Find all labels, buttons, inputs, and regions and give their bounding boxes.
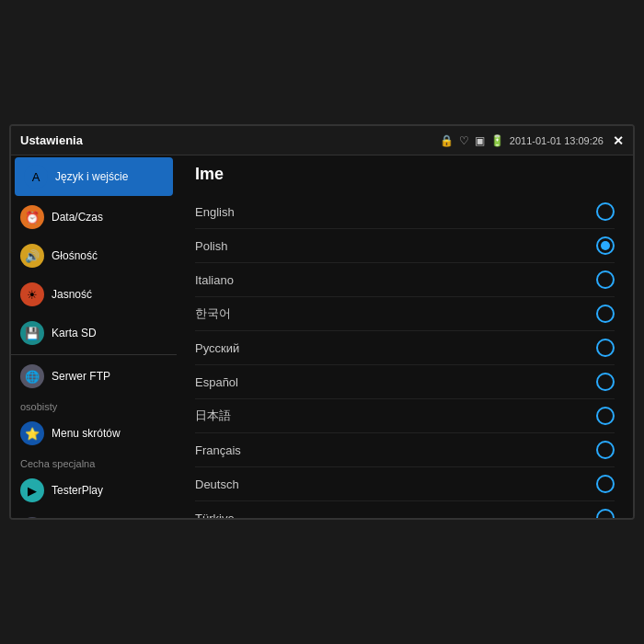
sidebar-item-sdcard[interactable]: 💾Karta SD [11,314,177,352]
language-name: 日本語 [195,408,231,424]
topbar-title: Ustawienia [20,133,83,147]
language-item[interactable]: 한국어 [195,297,615,331]
language-item[interactable]: 日本語 [195,399,615,433]
language-radio[interactable] [596,270,615,289]
language-radio[interactable] [596,407,615,425]
sidebar-label-datetime: Data/Czas [52,211,103,224]
language-item[interactable]: Русский [195,331,615,365]
sidebar-icon-ftp: 🌐 [20,364,44,388]
sidebar-label-brightness: Jasność [52,288,92,301]
sidebar-item-rotate[interactable]: ↺Obrót ekranu [11,510,177,518]
sidebar-icon-shortcuts: ⭐ [20,421,44,445]
topbar-right: 🔒 ♡ ▣ 🔋 2011-01-01 13:09:26 ✕ [440,133,624,148]
sidebar-item-testerplay[interactable]: ▶TesterPlay [11,471,177,510]
close-button[interactable]: ✕ [613,133,624,148]
screen: Ustawienia 🔒 ♡ ▣ 🔋 2011-01-01 13:09:26 ✕… [9,124,635,520]
sidebar-icon-brightness: ☀ [20,282,44,306]
language-radio[interactable] [596,305,615,323]
sidebar-item-datetime[interactable]: ⏰Data/Czas [11,198,177,236]
sidebar-label-testerplay: TesterPlay [52,484,103,497]
language-radio[interactable] [596,509,615,518]
language-item[interactable]: Türkiye [195,501,615,518]
language-name: English [195,205,235,219]
sidebar-icon-volume: 🔊 [20,244,44,268]
sidebar-divider [11,354,177,355]
sidebar-item-volume[interactable]: 🔊Głośność [11,236,177,275]
language-item[interactable]: Polish [195,229,615,263]
sidebar-item-language[interactable]: AJęzyk i wejście [15,157,173,196]
language-name: Español [195,375,238,389]
language-radio[interactable] [596,236,615,255]
language-radio[interactable] [596,339,615,357]
sidebar-label-shortcuts: Menu skrótów [52,427,121,440]
sidebar-label-language: Język i wejście [55,170,128,183]
sidebar-section-label: Cecha specjalna [11,453,177,471]
language-item[interactable]: Deutsch [195,467,615,501]
sidebar-icon-sdcard: 💾 [20,321,44,345]
language-radio[interactable] [596,475,615,493]
language-radio[interactable] [596,441,615,459]
language-radio[interactable] [596,202,615,221]
wifi-icon: ♡ [459,134,469,147]
topbar: Ustawienia 🔒 ♡ ▣ 🔋 2011-01-01 13:09:26 ✕ [11,126,633,155]
language-name: Polish [195,239,227,253]
battery-icon: 🔋 [490,134,504,147]
main-content: AJęzyk i wejście⏰Data/Czas🔊Głośność☀Jasn… [11,155,633,518]
sidebar-label-ftp: Serwer FTP [52,370,110,383]
sidebar-icon-language: A [24,165,48,189]
lock-icon: 🔒 [440,134,454,147]
language-item[interactable]: Italiano [195,263,615,297]
topbar-datetime: 2011-01-01 13:09:26 [510,135,604,146]
language-name: Deutsch [195,477,239,491]
sidebar-item-brightness[interactable]: ☀Jasność [11,275,177,314]
sidebar-label-sdcard: Karta SD [52,327,97,339]
sidebar: AJęzyk i wejście⏰Data/Czas🔊Głośność☀Jasn… [11,155,177,518]
language-name: Français [195,443,241,457]
sidebar-item-ftp[interactable]: 🌐Serwer FTP [11,357,177,396]
language-name: Русский [195,341,239,355]
sidebar-icon-testerplay: ▶ [20,478,44,502]
sidebar-icon-datetime: ⏰ [20,205,44,229]
language-item[interactable]: Español [195,365,615,399]
sidebar-section-label: osobisty [11,396,177,414]
sidebar-label-volume: Głośność [52,249,98,262]
signal-icon: ▣ [475,134,485,147]
language-radio[interactable] [596,373,615,391]
language-name: 한국어 [195,305,231,322]
sidebar-item-shortcuts[interactable]: ⭐Menu skrótów [11,414,177,453]
language-item[interactable]: English [195,195,615,229]
right-panel: Ime EnglishPolishItaliano한국어РусскийEspañ… [177,155,633,518]
language-item[interactable]: Français [195,433,615,467]
language-list: EnglishPolishItaliano한국어РусскийEspañol日本… [195,195,615,518]
language-name: Italiano [195,273,234,287]
sidebar-icon-rotate: ↺ [20,517,44,518]
language-name: Türkiye [195,512,235,519]
panel-title: Ime [195,165,615,184]
